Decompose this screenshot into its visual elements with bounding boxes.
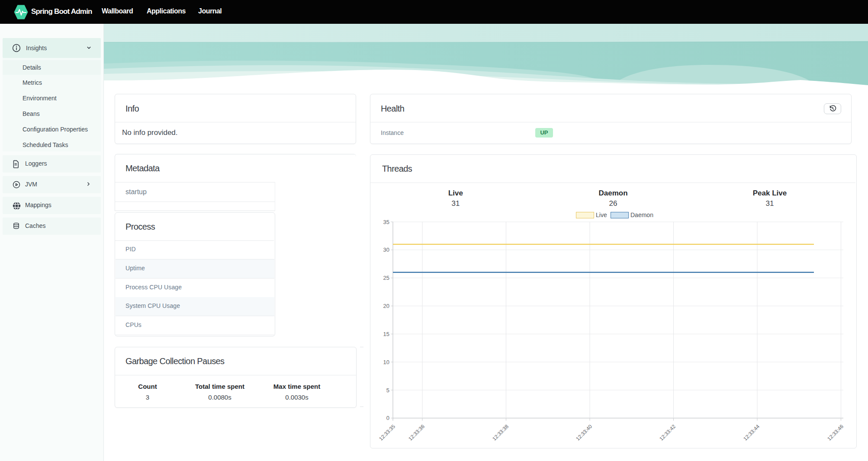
- svg-text:12:33:35: 12:33:35: [378, 423, 396, 442]
- svg-text:12:33:42: 12:33:42: [658, 423, 677, 442]
- svg-text:10: 10: [383, 359, 389, 365]
- svg-text:12:33:36: 12:33:36: [407, 423, 426, 442]
- svg-text:25: 25: [383, 275, 389, 281]
- svg-text:12:33:46: 12:33:46: [826, 423, 845, 442]
- svg-text:5: 5: [386, 387, 389, 394]
- svg-text:12:33:44: 12:33:44: [742, 423, 761, 442]
- svg-text:20: 20: [383, 303, 389, 309]
- svg-text:30: 30: [383, 247, 389, 253]
- svg-text:12:33:40: 12:33:40: [575, 423, 593, 442]
- svg-text:15: 15: [383, 331, 389, 337]
- svg-text:0: 0: [386, 415, 389, 421]
- svg-text:12:33:38: 12:33:38: [491, 423, 510, 442]
- svg-text:35: 35: [383, 219, 389, 225]
